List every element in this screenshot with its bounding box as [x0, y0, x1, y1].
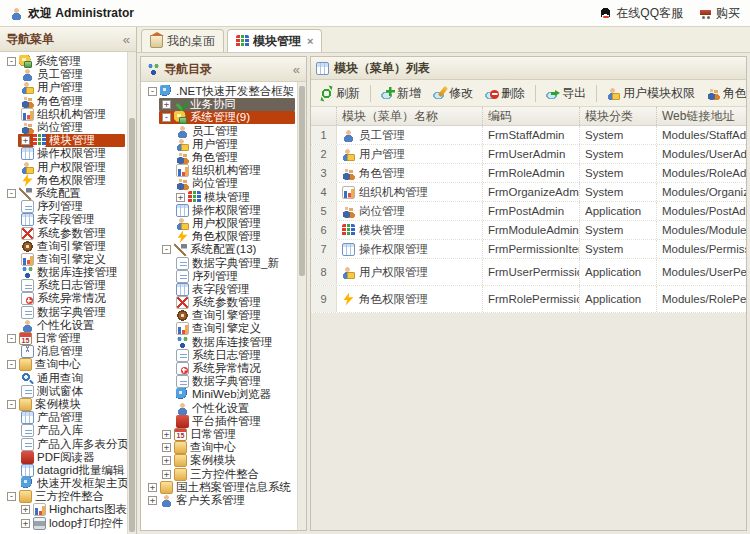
expand-icon[interactable]: +	[148, 496, 157, 505]
expand-icon[interactable]: +	[21, 519, 30, 528]
nav-directory-item[interactable]: +业务协同	[141, 98, 297, 111]
toolbar-button-删除[interactable]: 删除	[480, 83, 530, 104]
table-row[interactable]: 6模块管理FrmModuleAdminSystemModules/ModuleA…	[311, 221, 746, 240]
nav-menu-item[interactable]: 角色权限管理	[0, 174, 127, 187]
nav-menu-item[interactable]: 系统日志管理	[0, 279, 127, 292]
nav-directory-item[interactable]: -.NET快速开发整合框架	[141, 85, 297, 98]
nav-menu-item[interactable]: +lodop打印控件	[0, 517, 127, 530]
table-row[interactable]: 1员工管理FrmStaffAdminSystemModules/StaffAdm…	[311, 126, 746, 145]
table-row[interactable]: 4组织机构管理FrmOrganizeAdminSystemModules/Org…	[311, 183, 746, 202]
module-name-cell[interactable]: 模块管理	[337, 221, 483, 239]
nav-directory-item[interactable]: 系统异常情况	[141, 362, 297, 375]
module-name-cell[interactable]: 员工管理	[337, 126, 483, 144]
directory-panel-scrollbar[interactable]	[297, 82, 306, 530]
nav-directory-item[interactable]: -系统配置(13)	[141, 243, 297, 256]
collapse-icon[interactable]: -	[7, 360, 16, 369]
nav-directory-item[interactable]: +客户关系管理	[141, 494, 297, 507]
nav-menu-item[interactable]: +模块管理	[0, 134, 127, 147]
module-name-cell[interactable]: 岗位管理	[337, 202, 483, 220]
module-name-cell[interactable]: 用户管理	[337, 145, 483, 163]
collapse-icon[interactable]: -	[7, 57, 16, 66]
expand-icon[interactable]: +	[162, 430, 171, 439]
collapse-icon[interactable]: -	[162, 113, 171, 122]
nav-menu-item[interactable]: -系统配置	[0, 187, 127, 200]
nav-menu-item[interactable]: 用户权限管理	[0, 161, 127, 174]
nav-menu-item[interactable]: 系统参数管理	[0, 226, 127, 239]
nav-directory-item[interactable]: 角色管理	[141, 151, 297, 164]
nav-menu-item[interactable]: 数据字典管理	[0, 306, 127, 319]
nav-directory-item[interactable]: 系统参数管理	[141, 296, 297, 309]
nav-menu-item[interactable]: 查询引擎管理	[0, 240, 127, 253]
tab-模块管理[interactable]: 模块管理×	[227, 29, 322, 52]
collapse-directory-panel-icon[interactable]: «	[293, 63, 300, 76]
nav-directory-item[interactable]: +国土档案管理信息系统	[141, 481, 297, 494]
scrollbar-thumb[interactable]	[129, 118, 135, 532]
nav-menu-item[interactable]: 员工管理	[0, 68, 127, 81]
left-panel-scrollbar[interactable]	[127, 52, 136, 534]
nav-directory-item[interactable]: 角色权限管理	[141, 230, 297, 243]
tab-close-icon[interactable]: ×	[307, 35, 313, 47]
nav-menu-item[interactable]: 用户管理	[0, 81, 127, 94]
nav-menu-item[interactable]: 通用查询	[0, 372, 127, 385]
expand-icon[interactable]: +	[162, 470, 171, 479]
table-row[interactable]: 8用户权限管理FrmUserPermissionAApplicationModu…	[311, 259, 746, 286]
nav-directory-item[interactable]: +日常管理	[141, 428, 297, 441]
expand-icon[interactable]: +	[176, 193, 185, 202]
nav-menu-item[interactable]: 序列管理	[0, 200, 127, 213]
nav-directory-item[interactable]: 组织机构管理	[141, 164, 297, 177]
column-header[interactable]: 模块（菜单）名称	[337, 107, 483, 125]
nav-menu-item[interactable]: 数据库连接管理	[0, 266, 127, 279]
collapse-icon[interactable]: -	[7, 400, 16, 409]
nav-menu-item[interactable]: 消息管理	[0, 345, 127, 358]
nav-directory-item[interactable]: MiniWeb浏览器	[141, 388, 297, 401]
nav-directory-item[interactable]: +查询中心	[141, 441, 297, 454]
nav-directory-item[interactable]: 序列管理	[141, 270, 297, 283]
expand-icon[interactable]: +	[162, 443, 171, 452]
nav-directory-item[interactable]: 系统日志管理	[141, 349, 297, 362]
expand-icon[interactable]: +	[21, 505, 30, 514]
nav-directory-item[interactable]: 平台插件管理	[141, 415, 297, 428]
nav-menu-item[interactable]: -案例模块	[0, 398, 127, 411]
nav-menu-item[interactable]: 系统异常情况	[0, 292, 127, 305]
toolbar-button-刷新[interactable]: 刷新	[315, 83, 365, 104]
nav-menu-item[interactable]: 岗位管理	[0, 121, 127, 134]
nav-menu-item[interactable]: -系统管理	[0, 55, 127, 68]
collapse-icon[interactable]: -	[7, 189, 16, 198]
toolbar-button-导出[interactable]: 导出	[541, 83, 591, 104]
module-name-cell[interactable]: 用户权限管理	[337, 259, 483, 285]
expand-icon[interactable]: +	[162, 456, 171, 465]
expand-icon[interactable]: +	[148, 483, 157, 492]
toolbar-button-用户模块权限[interactable]: 用户模块权限	[602, 83, 700, 104]
column-header[interactable]: Web链接地址	[657, 107, 746, 125]
tab-我的桌面[interactable]: 我的桌面	[141, 29, 224, 52]
nav-directory-item[interactable]: 表字段管理	[141, 283, 297, 296]
nav-directory-item[interactable]: 用户管理	[141, 138, 297, 151]
nav-menu-item[interactable]: -日常管理	[0, 332, 127, 345]
nav-menu-item[interactable]: 组织机构管理	[0, 108, 127, 121]
expand-icon[interactable]: +	[21, 136, 30, 145]
nav-directory-item[interactable]: +模块管理	[141, 191, 297, 204]
table-row[interactable]: 3角色管理FrmRoleAdminSystemModules/RoleAdmin	[311, 164, 746, 183]
nav-directory-item[interactable]: 个性化设置	[141, 402, 297, 415]
nav-directory-item[interactable]: 用户权限管理	[141, 217, 297, 230]
toolbar-button-角色模块权限[interactable]: 角色模块权限	[702, 83, 746, 104]
nav-directory-item[interactable]: 操作权限管理	[141, 204, 297, 217]
table-row[interactable]: 9角色权限管理FrmRolePermissionAApplicationModu…	[311, 286, 746, 313]
nav-menu-item[interactable]: PDF阅读器	[0, 451, 127, 464]
nav-directory-item[interactable]: -系统管理(9)	[141, 111, 297, 124]
table-row[interactable]: 7操作权限管理FrmPermissionItemASystemModules/P…	[311, 240, 746, 259]
nav-menu-item[interactable]: 产品入库多表分页	[0, 437, 127, 450]
toolbar-button-修改[interactable]: 修改	[428, 83, 478, 104]
nav-directory-item[interactable]: 岗位管理	[141, 177, 297, 190]
nav-menu-item[interactable]: 角色管理	[0, 95, 127, 108]
expand-icon[interactable]: +	[162, 100, 171, 109]
table-row[interactable]: 2用户管理FrmUserAdminSystemModules/UserAdmin	[311, 145, 746, 164]
nav-menu-item[interactable]: 产品入库	[0, 424, 127, 437]
nav-directory-item[interactable]: +三方控件整合	[141, 467, 297, 480]
scrollbar-thumb[interactable]	[299, 86, 305, 276]
nav-menu-item[interactable]: datagrid批量编辑	[0, 464, 127, 477]
nav-menu-item[interactable]: 个性化设置	[0, 319, 127, 332]
module-name-cell[interactable]: 角色权限管理	[337, 286, 483, 312]
nav-menu-item[interactable]: -查询中心	[0, 358, 127, 371]
nav-directory-item[interactable]: 员工管理	[141, 125, 297, 138]
